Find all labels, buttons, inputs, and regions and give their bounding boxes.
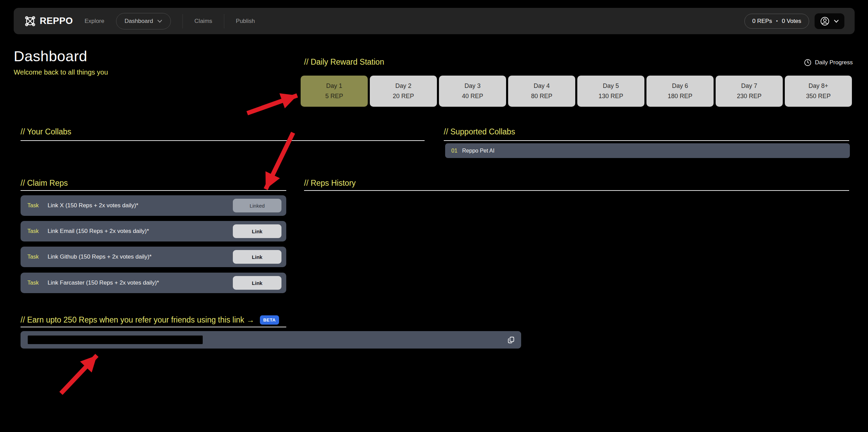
claim-reps-rule — [21, 190, 286, 191]
daily-reward-cards: Day 1 5 REP Day 2 20 REP Day 3 40 REP Da… — [301, 76, 852, 107]
day-card-7[interactable]: Day 7 230 REP — [716, 76, 783, 107]
day-label: Day 2 — [395, 82, 411, 90]
day-label: Day 7 — [741, 82, 757, 90]
account-menu-button[interactable] — [815, 13, 844, 29]
copy-icon — [507, 336, 515, 344]
day-label: Day 6 — [672, 82, 688, 90]
rep-amount: 180 REP — [668, 93, 692, 100]
supported-collab-row[interactable]: 01 Reppo Pet AI — [445, 143, 850, 158]
copy-link-button[interactable] — [507, 336, 515, 344]
daily-progress-indicator: Daily Progress — [804, 59, 853, 66]
daily-progress-label: Daily Progress — [815, 59, 853, 66]
dot-separator: • — [776, 18, 778, 24]
nav-item-dashboard[interactable]: Dashboard — [116, 13, 171, 29]
supported-collabs-rule — [444, 140, 849, 141]
task-label: Link Farcaster (150 Reps + 2x votes dail… — [48, 279, 159, 286]
claim-reps-heading: // Claim Reps — [21, 179, 68, 188]
redacted-link-text — [28, 336, 203, 344]
task-tag: Task — [27, 202, 39, 209]
rep-amount: 130 REP — [599, 93, 623, 100]
day-label: Day 4 — [533, 82, 550, 90]
task-tag: Task — [27, 254, 39, 260]
nav-item-explore[interactable]: Explore — [85, 18, 104, 25]
day-label: Day 3 — [464, 82, 480, 90]
welcome-subtitle: Welcome back to all things you — [14, 68, 108, 76]
linked-button[interactable]: Linked — [233, 199, 281, 212]
clock-icon — [804, 59, 812, 66]
chevron-down-icon — [157, 19, 162, 23]
task-row-link-github: Task Link Github (150 Reps + 2x votes da… — [21, 247, 286, 267]
your-collabs-rule — [21, 140, 425, 141]
reps-history-heading: // Reps History — [304, 179, 356, 188]
nav-item-publish[interactable]: Publish — [236, 18, 255, 25]
nav-item-claims[interactable]: Claims — [194, 18, 212, 25]
day-label: Day 5 — [603, 82, 619, 90]
top-nav: REPPO Explore Dashboard Claims Publish 0… — [14, 8, 855, 34]
rep-amount: 350 REP — [806, 93, 831, 100]
day-card-8plus[interactable]: Day 8+ 350 REP — [785, 76, 852, 107]
task-tag: Task — [27, 280, 39, 286]
task-label: Link Email (150 Reps + 2x votes daily)* — [48, 228, 149, 235]
task-row-link-farcaster: Task Link Farcaster (150 Reps + 2x votes… — [21, 273, 286, 293]
page-title: Dashboard — [14, 48, 87, 65]
annotation-arrows — [0, 0, 868, 432]
task-label: Link Github (150 Reps + 2x votes daily)* — [48, 253, 152, 260]
day-card-3[interactable]: Day 3 40 REP — [439, 76, 506, 107]
nav-item-dashboard-label: Dashboard — [125, 18, 153, 25]
rep-amount: 40 REP — [462, 93, 483, 100]
brand-name: REPPO — [40, 16, 73, 26]
rep-amount: 20 REP — [393, 93, 414, 100]
referral-link-field[interactable] — [21, 331, 521, 349]
day-card-5[interactable]: Day 5 130 REP — [577, 76, 644, 107]
task-row-link-email: Task Link Email (150 Reps + 2x votes dai… — [21, 221, 286, 241]
rep-amount: 230 REP — [737, 93, 762, 100]
your-collabs-heading: // Your Collabs — [21, 127, 71, 136]
day-card-4[interactable]: Day 4 80 REP — [508, 76, 575, 107]
referral-heading-row: // Earn upto 250 Reps when you refer you… — [21, 315, 279, 325]
supported-collabs-heading: // Supported Collabs — [444, 127, 515, 136]
reps-votes-badge: 0 REPs • 0 Votes — [744, 14, 809, 29]
rep-amount: 5 REP — [325, 93, 343, 100]
referral-rule — [21, 327, 286, 327]
day-card-1[interactable]: Day 1 5 REP — [301, 76, 368, 107]
rep-amount: 80 REP — [531, 93, 552, 100]
task-label: Link X (150 Reps + 2x votes daily)* — [48, 202, 138, 209]
link-email-button[interactable]: Link — [233, 224, 281, 238]
nav-divider — [224, 14, 224, 28]
link-github-button[interactable]: Link — [233, 250, 281, 264]
beta-badge: BETA — [260, 315, 279, 325]
task-row-link-x: Task Link X (150 Reps + 2x votes daily)*… — [21, 195, 286, 216]
day-card-2[interactable]: Day 2 20 REP — [370, 76, 437, 107]
day-label: Day 1 — [326, 82, 342, 90]
reps-history-rule — [304, 190, 849, 191]
votes-count: 0 Votes — [782, 18, 801, 25]
reps-count: 0 REPs — [752, 18, 772, 25]
nav-divider — [183, 14, 183, 28]
referral-heading: // Earn upto 250 Reps when you refer you… — [21, 315, 254, 325]
user-circle-icon — [820, 16, 830, 26]
daily-reward-heading: // Daily Reward Station — [304, 57, 384, 67]
link-farcaster-button[interactable]: Link — [233, 276, 281, 290]
collab-name: Reppo Pet AI — [462, 148, 494, 154]
reppo-logo[interactable]: REPPO — [24, 15, 73, 27]
chevron-down-icon — [834, 19, 839, 23]
task-tag: Task — [27, 228, 39, 234]
reppo-knot-icon — [24, 15, 36, 27]
collab-index: 01 — [451, 148, 457, 154]
day-card-6[interactable]: Day 6 180 REP — [646, 76, 714, 107]
day-label: Day 8+ — [808, 82, 828, 90]
